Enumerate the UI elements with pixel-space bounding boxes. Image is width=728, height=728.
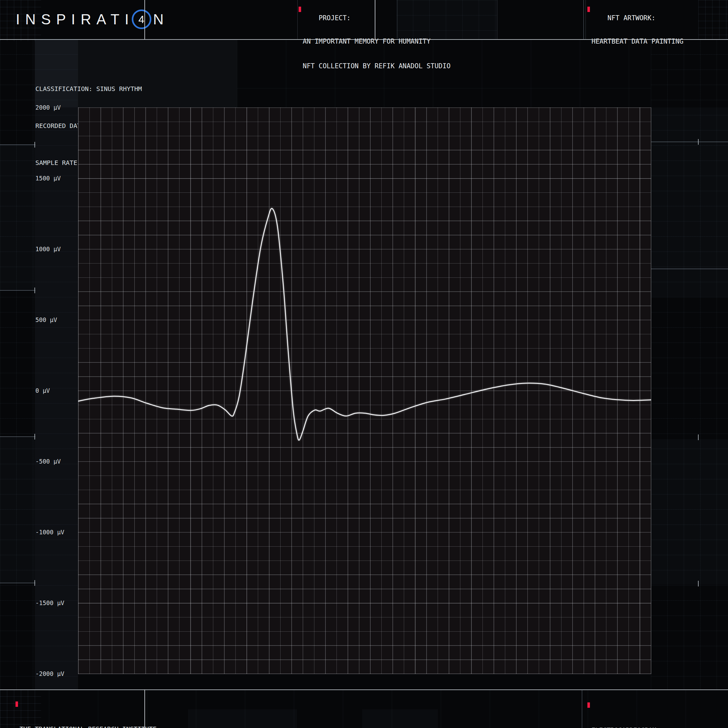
nft-data-painting: INSPIRATI4N PROJECT: AN IMPORTANT MEMORY… (0, 0, 728, 728)
ecg-trace (78, 208, 651, 440)
tick-line (582, 690, 582, 728)
footer-separator-line (0, 690, 728, 690)
section-marker-icon (15, 702, 18, 707)
section-marker-icon (587, 702, 590, 708)
trish-credit: THE TRANSLATIONAL RESEARCH INSTITUTE FOR… (20, 700, 156, 728)
trish-line1: THE TRANSLATIONAL RESEARCH INSTITUTE (20, 725, 156, 728)
ecg-waveform (0, 0, 728, 728)
ecg-caption: ELECTROCARDIOGRAM (592, 701, 656, 728)
ecg-caption-text: ELECTROCARDIOGRAM (592, 726, 656, 728)
